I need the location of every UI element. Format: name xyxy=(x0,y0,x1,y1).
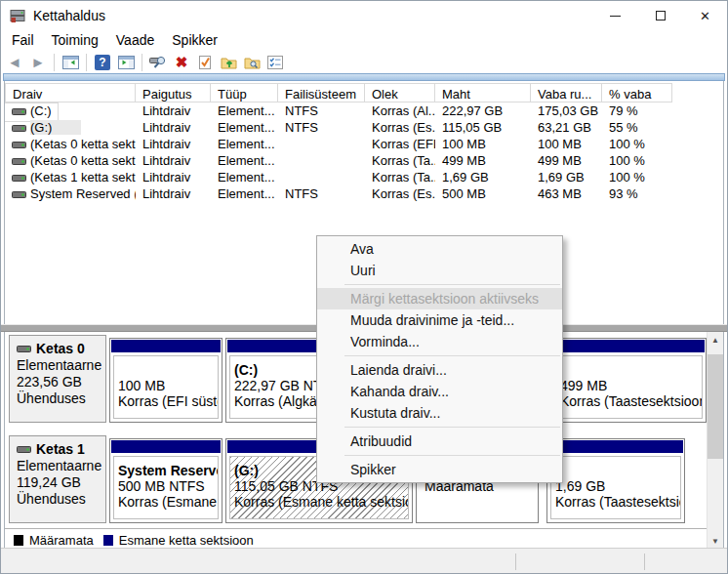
cell-paigutus: Lihtdraiv xyxy=(136,152,211,169)
volume-row-ketas-1-ketta-sekt[interactable]: (Ketas 1 ketta sekt...LihtdraivElement..… xyxy=(5,169,723,185)
volume-row-system-reserved[interactable]: System Reserved (...LihtdraivElement...N… xyxy=(5,185,723,202)
search-folder-icon[interactable] xyxy=(241,52,263,72)
cell-paigutus: Lihtdraiv xyxy=(136,136,211,152)
partition-status-line: Korras (EFI süsteemi xyxy=(118,393,218,409)
cell-failisusteem xyxy=(278,136,365,152)
maximize-button[interactable] xyxy=(638,1,682,30)
cell-tuup: Element... xyxy=(211,185,278,202)
help-icon[interactable]: ? xyxy=(92,52,113,72)
context-item-laienda-draivi[interactable]: Laienda draivi... xyxy=(317,359,562,381)
cell-vaba: 100 % xyxy=(602,152,672,169)
context-item-margi-kettasektsioon-aktiivseks: Märgi kettasektsioon aktiivseks xyxy=(317,288,562,309)
close-button[interactable]: ✕ xyxy=(683,1,727,30)
minimize-button[interactable] xyxy=(593,1,637,30)
cell-maht: 499 MB xyxy=(435,152,531,169)
partition-size-line: 500 MB NTFS xyxy=(118,478,218,494)
disk-size: 223,56 GB xyxy=(17,374,105,390)
context-item-kahanda-draiv[interactable]: Kahanda draiv... xyxy=(317,381,562,402)
drive-icon xyxy=(12,171,26,185)
context-item-spikker[interactable]: Spikker xyxy=(317,459,562,480)
column-header-draiv[interactable]: Draiv xyxy=(5,83,136,102)
column-header-failisusteem[interactable]: Failisüsteem xyxy=(278,83,365,102)
drive-icon xyxy=(12,104,26,119)
cell-failisusteem xyxy=(278,152,365,169)
drive-icon xyxy=(12,187,26,202)
context-item-atribuudid[interactable]: Atribuudid xyxy=(317,430,562,452)
cell-vaba: 79 % xyxy=(602,102,672,119)
column-header-tuup[interactable]: Tüüp xyxy=(211,83,278,102)
delete-icon[interactable]: ✖ xyxy=(171,52,192,72)
column-header-olek[interactable]: Olek xyxy=(365,83,435,102)
partition-title xyxy=(555,463,680,478)
toolbar-separator xyxy=(54,54,55,71)
partition-title xyxy=(560,362,702,378)
maximize-icon xyxy=(656,11,666,20)
forward-icon[interactable]: ► xyxy=(27,52,49,72)
scroll-up-icon[interactable]: ▲ xyxy=(708,332,723,348)
cell-vaba: 100 % xyxy=(602,169,672,185)
context-menu: AvaUuriMärgi kettasektsioon aktiivseksMu… xyxy=(316,235,563,483)
volume-label: (Ketas 1 ketta sekt... xyxy=(30,170,136,184)
show-action-pane-icon[interactable] xyxy=(115,52,137,72)
column-header-maht[interactable]: Maht xyxy=(435,83,531,102)
back-icon[interactable]: ◄ xyxy=(4,52,25,72)
partition-disk1-3[interactable]: 1,69 GBKorras (Taastesektsioo xyxy=(546,438,685,523)
volume-row-ketas-0-ketta-sekt[interactable]: (Ketas 0 ketta sekt...LihtdraivElement..… xyxy=(5,152,723,169)
partition-color-bar xyxy=(548,440,683,453)
partition-disk0-0[interactable]: 100 MBKorras (EFI süsteemi xyxy=(109,338,222,423)
up-folder-icon[interactable] xyxy=(218,52,239,72)
context-item-muuda-draivinime-ja-teid[interactable]: Muuda draivinime ja -teid... xyxy=(317,309,562,331)
context-item-vorminda[interactable]: Vorminda... xyxy=(317,331,562,352)
menu-separator xyxy=(344,284,560,285)
partition-info: System Reserved500 MB NTFSKorras (Esmane… xyxy=(113,456,219,519)
statusbar-divider xyxy=(644,554,645,570)
cell-draiv: (Ketas 0 ketta sekt... xyxy=(5,136,136,152)
cell-vaba-ru: 499 MB xyxy=(531,152,602,169)
properties-check-icon[interactable] xyxy=(194,52,216,72)
cell-paigutus: Lihtdraiv xyxy=(136,185,211,202)
cell-olek: Korras (Al... xyxy=(365,102,435,119)
show-console-tree-icon[interactable] xyxy=(60,52,81,72)
partition-disk0-2[interactable]: 499 MBKorras (Taastesektsioon) xyxy=(551,338,707,423)
menu-separator xyxy=(344,455,560,456)
partition-system-reserved[interactable]: System Reserved500 MB NTFSKorras (Esmane… xyxy=(109,438,222,523)
scrollbar-thumb[interactable] xyxy=(708,354,723,459)
cell-tuup: Element... xyxy=(211,152,278,169)
toolbar-separator xyxy=(142,54,142,71)
menu-separator xyxy=(344,355,560,356)
cell-maht: 115,05 GB xyxy=(435,119,531,136)
volume-row-c[interactable]: (C:)LihtdraivElement...NTFSKorras (Al...… xyxy=(5,102,723,119)
minimize-icon xyxy=(610,16,621,17)
menu-vaade[interactable]: Vaade xyxy=(107,30,163,50)
disk-label-ketas-0[interactable]: Ketas 0Elementaarne223,56 GBÜhenduses xyxy=(9,335,106,423)
menu-fail[interactable]: Fail xyxy=(3,30,43,50)
volume-row-ketas-0-ketta-sekt[interactable]: (Ketas 0 ketta sekt...LihtdraivElement..… xyxy=(5,136,723,152)
column-header-vaba[interactable]: % vaba xyxy=(602,83,672,102)
context-item-uuri[interactable]: Uuri xyxy=(317,260,562,281)
context-item-ava[interactable]: Ava xyxy=(317,238,562,260)
cell-olek: Korras (Es... xyxy=(365,185,435,202)
legend-label: Määramata xyxy=(29,533,94,548)
cell-vaba-ru: 100 MB xyxy=(531,136,602,152)
column-header-paigutus[interactable]: Paigutus xyxy=(136,83,211,102)
cell-vaba: 55 % xyxy=(602,119,672,136)
cell-olek: Korras (EFI... xyxy=(365,136,435,152)
rescan-disks-icon[interactable] xyxy=(147,52,169,72)
cell-maht: 1,69 GB xyxy=(435,169,531,185)
vertical-scrollbar[interactable]: ▲ ▼ xyxy=(707,332,723,550)
cell-tuup: Element... xyxy=(211,102,278,119)
context-item-kustuta-draiv[interactable]: Kustuta draiv... xyxy=(317,402,562,424)
cell-failisusteem: NTFS xyxy=(278,119,365,136)
cell-olek: Korras (Ta... xyxy=(365,169,435,185)
disk-label-ketas-1[interactable]: Ketas 1Elementaarne119,24 GBÜhenduses xyxy=(9,435,106,523)
partition-color-bar xyxy=(553,340,705,352)
cell-draiv: (Ketas 1 ketta sekt... xyxy=(5,169,136,185)
cell-maht: 222,97 GB xyxy=(435,102,531,119)
menu-spikker[interactable]: Spikker xyxy=(163,30,226,50)
volume-label: (C:) xyxy=(30,103,52,118)
legend-color-swatch xyxy=(14,535,23,546)
task-list-icon[interactable] xyxy=(264,52,286,72)
menu-toiming[interactable]: Toiming xyxy=(43,30,107,50)
volume-row-g[interactable]: (G:)LihtdraivElement...NTFSKorras (Es...… xyxy=(5,119,723,136)
column-header-vaba-ru[interactable]: Vaba ru... xyxy=(531,83,602,102)
